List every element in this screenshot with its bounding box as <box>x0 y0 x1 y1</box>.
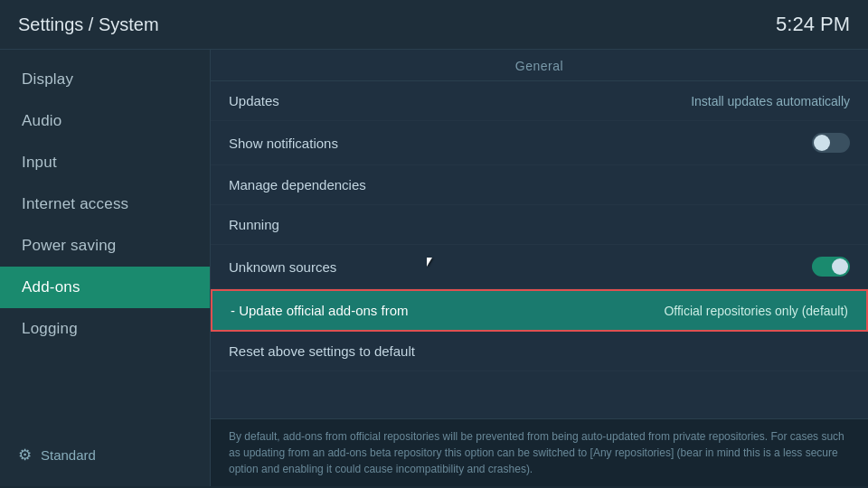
app-header: Settings / System 5:24 PM <box>0 0 868 50</box>
toggle-knob-unknown-sources <box>832 258 848 275</box>
setting-row-manage-dependencies[interactable]: Manage dependencies <box>211 165 868 205</box>
setting-label-updates: Updates <box>229 93 279 108</box>
sidebar-nav: DisplayAudioInputInternet accessPower sa… <box>0 59 210 350</box>
sidebar-item-internet-access[interactable]: Internet access <box>0 183 210 225</box>
setting-label-reset-above-settings: Reset above settings to default <box>229 343 415 359</box>
setting-row-show-notifications[interactable]: Show notifications <box>211 121 868 165</box>
sidebar-footer: ⚙ Standard <box>0 433 210 477</box>
setting-label-update-official-add-ons-from: - Update official add-ons from <box>231 303 409 318</box>
setting-value-updates: Install updates automatically <box>691 94 850 108</box>
setting-label-running: Running <box>229 217 279 232</box>
setting-row-update-official-add-ons-from[interactable]: - Update official add-ons fromOfficial r… <box>211 289 868 332</box>
sidebar-item-power-saving[interactable]: Power saving <box>0 225 210 267</box>
setting-row-updates[interactable]: UpdatesInstall updates automatically <box>211 81 868 121</box>
sidebar-item-logging[interactable]: Logging <box>0 308 210 350</box>
content-area: General UpdatesInstall updates automatic… <box>211 50 868 486</box>
settings-list: UpdatesInstall updates automaticallyShow… <box>211 81 868 418</box>
setting-label-unknown-sources: Unknown sources <box>229 259 336 275</box>
toggle-show-notifications[interactable] <box>812 133 850 153</box>
section-header: General <box>211 50 868 81</box>
toggle-unknown-sources[interactable] <box>812 257 850 277</box>
page-title: Settings / System <box>18 14 159 35</box>
sidebar-item-add-ons[interactable]: Add-ons <box>0 267 210 308</box>
footer-info-bar: By default, add-ons from official reposi… <box>211 418 868 486</box>
setting-row-running[interactable]: Running <box>211 205 868 245</box>
main-layout: DisplayAudioInputInternet accessPower sa… <box>0 50 868 486</box>
sidebar-item-input[interactable]: Input <box>0 142 210 183</box>
clock: 5:24 PM <box>776 13 850 36</box>
toggle-knob-show-notifications <box>814 135 830 151</box>
sidebar-item-display[interactable]: Display <box>0 59 210 100</box>
setting-value-update-official-add-ons-from: Official repositories only (default) <box>664 304 848 318</box>
sidebar-item-audio[interactable]: Audio <box>0 100 210 142</box>
gear-icon: ⚙ <box>18 446 32 465</box>
sidebar-footer-label: Standard <box>41 447 96 463</box>
sidebar: DisplayAudioInputInternet accessPower sa… <box>0 50 211 486</box>
setting-label-manage-dependencies: Manage dependencies <box>229 177 366 192</box>
setting-row-reset-above-settings[interactable]: Reset above settings to default <box>211 332 868 371</box>
setting-row-unknown-sources[interactable]: Unknown sources <box>211 245 868 289</box>
setting-label-show-notifications: Show notifications <box>229 136 338 151</box>
